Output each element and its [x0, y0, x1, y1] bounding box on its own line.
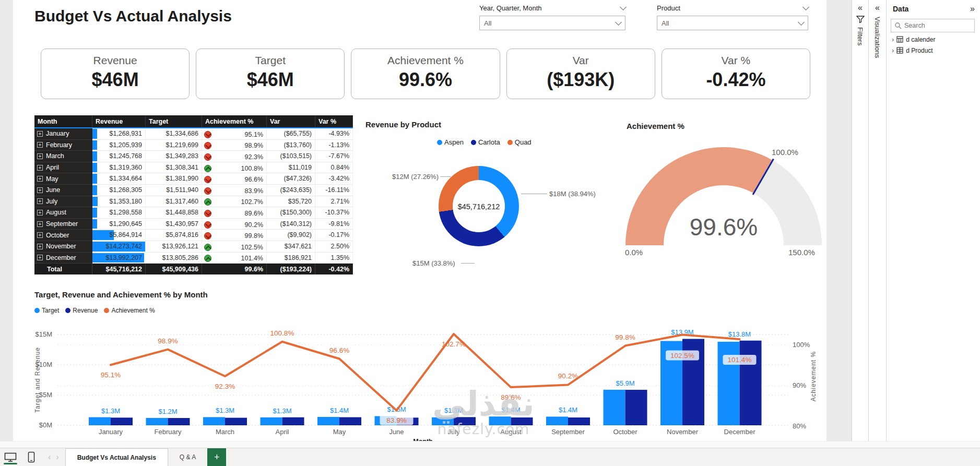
expand-filters-icon[interactable]: «: [852, 3, 868, 13]
table-row[interactable]: +March $1,245,768 $1,349,283 92.3% ($103…: [34, 151, 353, 162]
collapse-data-pane-icon[interactable]: »: [970, 4, 975, 14]
achievement-cell: 102.5%: [202, 241, 267, 253]
table-row[interactable]: +February $1,205,939 $1,219,699 98.9% ($…: [34, 140, 353, 151]
month-cell[interactable]: +August: [34, 207, 92, 219]
search-input[interactable]: [904, 22, 967, 29]
tree-chevron-icon[interactable]: ›: [892, 35, 894, 43]
column-header[interactable]: Revenue: [92, 115, 146, 127]
desktop-view-button[interactable]: [0, 448, 21, 466]
month-cell[interactable]: +November: [34, 241, 92, 253]
slicer-dropdown[interactable]: All: [479, 16, 625, 30]
var-pct-cell: 0.84%: [315, 162, 353, 174]
table-row[interactable]: +June $1,268,305 $1,511,940 83.9% ($243,…: [34, 185, 353, 196]
table-row[interactable]: +July $1,353,180 $1,317,460 102.7% $35,7…: [34, 196, 353, 208]
month-cell[interactable]: +April: [34, 162, 92, 174]
visualizations-pane-label[interactable]: Visualizations: [873, 17, 881, 58]
column-header[interactable]: Month: [34, 115, 92, 127]
month-cell[interactable]: +January: [34, 128, 92, 140]
data-tree-item-d-product[interactable]: › d Product: [887, 43, 980, 54]
add-page-button[interactable]: +: [207, 448, 226, 466]
month-cell[interactable]: +December: [34, 253, 92, 264]
revenue-cell: $13,992,207: [92, 253, 146, 264]
svg-text:$5.9M: $5.9M: [616, 379, 634, 387]
table-row[interactable]: +October $5,864,914 $5,874,816 99.8% ($9…: [34, 230, 353, 241]
column-header[interactable]: Target: [146, 115, 202, 127]
table-row[interactable]: +May $1,334,664 $1,381,990 96.6% ($47,32…: [34, 173, 353, 185]
tree-item-label: d calender: [906, 36, 935, 43]
data-search[interactable]: [891, 19, 975, 32]
table-row[interactable]: +January $1,268,931 $1,334,686 95.1% ($6…: [34, 128, 353, 140]
expand-icon[interactable]: +: [37, 198, 43, 204]
legend-item-aspen[interactable]: Aspen: [437, 138, 464, 146]
month-cell[interactable]: +May: [34, 173, 92, 185]
filters-pane-label[interactable]: Filters: [856, 27, 864, 45]
expand-icon[interactable]: +: [37, 244, 43, 249]
combo-chart-target-revenue-achievement[interactable]: Target, Revenue and Achievement % by Mon…: [34, 290, 818, 448]
expand-icon[interactable]: +: [37, 142, 43, 148]
kpi-card-achievement[interactable]: Achievement % 99.6%: [351, 49, 500, 99]
var-cell: ($140,312): [267, 219, 315, 230]
legend-item-carlota[interactable]: Carlota: [471, 138, 500, 146]
donut-chart-revenue-by-product[interactable]: Revenue by Product Aspen Carlota Quad $4…: [360, 117, 621, 274]
mobile-view-button[interactable]: [21, 448, 42, 466]
month-cell[interactable]: +October: [34, 230, 92, 241]
gauge-achievement[interactable]: Achievement % 0.0% 150.0% 100.0% 99.6%: [619, 117, 828, 274]
gauge-max-label: 150.0%: [788, 248, 815, 257]
prev-page-icon[interactable]: ‹: [48, 452, 51, 462]
expand-icon[interactable]: +: [37, 176, 43, 182]
legend-dot: [437, 140, 442, 145]
revenue-data-bar: [92, 185, 97, 195]
svg-text:102.7%: 102.7%: [442, 340, 466, 348]
month-cell[interactable]: +July: [34, 196, 92, 208]
slicer-dropdown[interactable]: All: [657, 16, 808, 30]
tab-budget-vs-actual-analysis[interactable]: Budget Vs Actual Analysis: [65, 448, 168, 466]
tab-q-and-a[interactable]: Q & A: [168, 448, 207, 466]
table-row[interactable]: +August $1,298,558 $1,448,858 89.6% ($15…: [34, 207, 353, 219]
column-header[interactable]: Achievement %: [202, 115, 267, 127]
achievement-cell: 95.1%: [202, 128, 267, 140]
table-row[interactable]: +April $1,319,360 $1,308,341 100.8% $11,…: [34, 162, 353, 174]
table-row[interactable]: +September $1,290,645 $1,430,957 90.2% (…: [34, 219, 353, 230]
expand-icon[interactable]: +: [37, 153, 43, 159]
month-cell[interactable]: +June: [34, 185, 92, 196]
expand-icon[interactable]: +: [37, 255, 43, 260]
svg-text:$15M: $15M: [35, 330, 52, 338]
data-tree-item-d-calender[interactable]: › d calender: [887, 32, 980, 43]
legend-dot: [507, 140, 513, 145]
kpi-card-var[interactable]: Var ($193K): [506, 49, 655, 99]
matrix-table[interactable]: MonthRevenueTargetAchievement %VarVar % …: [34, 115, 353, 274]
kpi-card-var-pct[interactable]: Var % -0.42%: [662, 49, 810, 99]
powerbi-report: Budget Vs Actual Analysis Year, Quarter,…: [0, 0, 980, 466]
tree-chevron-icon[interactable]: ›: [892, 46, 894, 54]
svg-text:June: June: [389, 428, 404, 436]
kpi-card-target[interactable]: Target $46M: [196, 49, 345, 99]
table-row[interactable]: +November $14,273,742 $13,926,121 102.5%…: [34, 241, 353, 253]
month-cell[interactable]: +September: [34, 219, 92, 230]
expand-icon[interactable]: +: [37, 210, 43, 216]
month-cell[interactable]: +March: [34, 151, 92, 162]
kpi-value: $46M: [41, 69, 189, 91]
expand-icon[interactable]: +: [37, 232, 43, 238]
horizontal-scrollbar[interactable]: [0, 441, 980, 448]
month-cell[interactable]: +February: [34, 140, 92, 151]
expand-icon[interactable]: +: [37, 165, 43, 171]
column-header[interactable]: Var: [267, 115, 315, 127]
table-row[interactable]: +December $13,992,207 $13,805,286 101.4%…: [34, 253, 353, 264]
chevron-down-icon[interactable]: [802, 4, 809, 10]
target-cell: $13,805,286: [146, 253, 202, 264]
page-nav-arrows: ‹ ›: [42, 448, 65, 466]
expand-icon[interactable]: +: [37, 131, 43, 137]
table-icon: [896, 47, 903, 54]
callout-line: [521, 194, 547, 194]
revenue-cell: $1,353,180: [92, 196, 146, 208]
kpi-label: Revenue: [41, 54, 189, 67]
column-header[interactable]: Var %: [315, 115, 353, 127]
expand-visualizations-icon[interactable]: «: [869, 3, 886, 13]
legend-item-quad[interactable]: Quad: [507, 138, 532, 146]
next-page-icon[interactable]: ›: [56, 452, 58, 462]
slicer-product: Product All: [657, 2, 808, 30]
expand-icon[interactable]: +: [37, 187, 43, 193]
kpi-card-revenue[interactable]: Revenue $46M: [41, 49, 190, 99]
expand-icon[interactable]: +: [37, 221, 43, 227]
chevron-down-icon[interactable]: [620, 4, 627, 10]
